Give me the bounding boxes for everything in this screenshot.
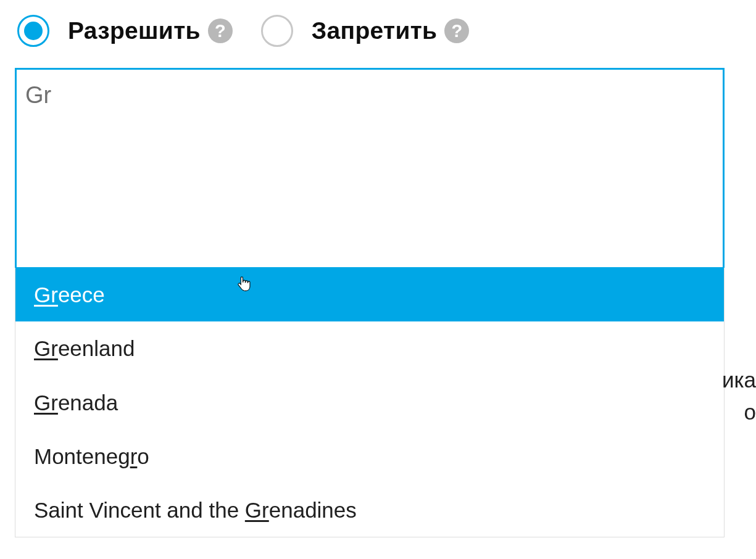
radio-allow-circle[interactable] (17, 15, 49, 47)
option-part-b: enadines (269, 498, 357, 522)
help-icon[interactable]: ? (444, 19, 469, 43)
radio-deny-label: Запретить (312, 17, 438, 44)
country-search-input[interactable] (25, 82, 710, 109)
option-greenland[interactable]: Greenland (15, 321, 724, 375)
radio-allow[interactable]: Разрешить ? (17, 15, 233, 47)
help-icon[interactable]: ? (208, 19, 233, 43)
option-rest: enada (58, 391, 118, 415)
match-text: Gr (34, 283, 58, 307)
option-grenada[interactable]: Grenada (15, 376, 724, 429)
radio-deny-circle[interactable] (261, 15, 293, 47)
obscured-text: о (744, 400, 756, 424)
match-text: r (130, 444, 138, 468)
option-greece[interactable]: Greece (15, 268, 724, 321)
option-rest: eenland (58, 336, 135, 360)
match-text: Gr (245, 498, 269, 522)
country-input-box[interactable] (15, 68, 725, 269)
country-dropdown: Greece Greenland Grenada Montenegro Sain… (15, 268, 725, 537)
option-rest: eece (58, 283, 105, 307)
option-part-a: Saint Vincent and the (34, 498, 245, 522)
match-text: Gr (34, 391, 58, 415)
radio-deny[interactable]: Запретить ? (261, 15, 470, 47)
radio-allow-dot (24, 22, 43, 40)
radio-group: Разрешить ? Запретить ? (15, 15, 741, 47)
option-svg[interactable]: Saint Vincent and the Grenadines (15, 483, 724, 537)
radio-allow-label: Разрешить (68, 17, 201, 44)
option-part-a: Monteneg (34, 444, 130, 468)
option-part-b: o (137, 444, 149, 468)
country-combobox: Greece Greenland Grenada Montenegro Sain… (15, 68, 741, 269)
option-montenegro[interactable]: Montenegro (15, 429, 724, 483)
match-text: Gr (34, 336, 58, 360)
obscured-text: ика (722, 368, 756, 392)
